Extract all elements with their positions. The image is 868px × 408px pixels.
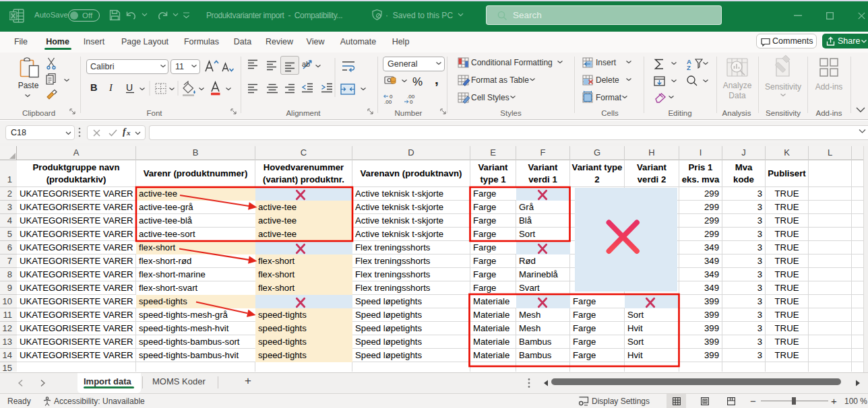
svg-text:Z: Z (687, 64, 691, 71)
svg-text:.00: .00 (384, 99, 392, 105)
svg-text:0: 0 (410, 99, 413, 105)
svg-text:ab: ab (302, 60, 310, 68)
